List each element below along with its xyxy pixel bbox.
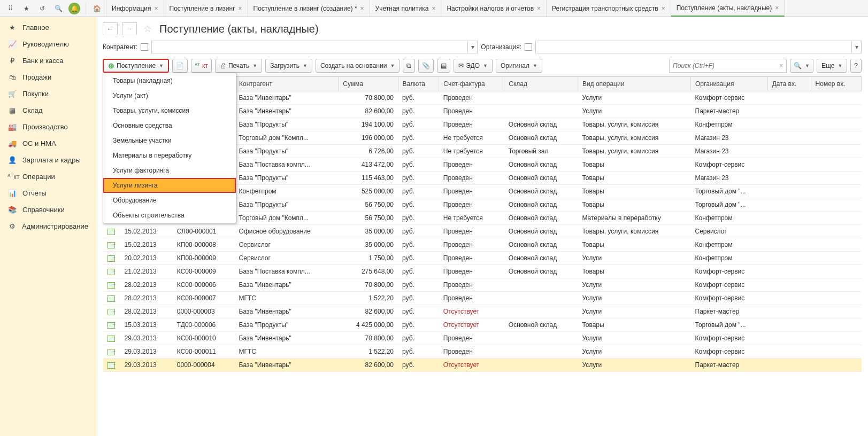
help-button[interactable]: ? bbox=[850, 59, 862, 73]
close-icon[interactable]: × bbox=[360, 5, 364, 12]
table-row[interactable]: 29.03.2013 0000-000004 База "Инвентарь" … bbox=[103, 359, 862, 372]
search-input[interactable] bbox=[669, 59, 776, 73]
edo-label: ЭДО bbox=[466, 62, 480, 69]
close-icon[interactable]: × bbox=[775, 4, 779, 12]
dropdown-item[interactable]: Земельные участки bbox=[103, 133, 236, 148]
date-cell: 29.03.2013 bbox=[120, 359, 173, 372]
sidebar-item[interactable]: 📊Отчеты bbox=[0, 185, 96, 201]
forward-button[interactable]: → bbox=[122, 22, 137, 35]
table-row[interactable]: 20.02.2013 КП00-000009 Сервислог 1 750,0… bbox=[103, 252, 862, 265]
close-icon[interactable]: × bbox=[537, 5, 541, 12]
sidebar-item[interactable]: 🛍Продажи bbox=[0, 69, 96, 85]
dropdown-item[interactable]: Услуги лизинга bbox=[103, 178, 236, 193]
list-button[interactable]: ▤ bbox=[437, 59, 450, 73]
tab[interactable]: Настройки налогов и отчетов× bbox=[441, 0, 547, 17]
table-row[interactable]: 28.02.2013 КС00-000007 МГТС 1 522,20 руб… bbox=[103, 292, 862, 305]
close-icon[interactable]: × bbox=[239, 5, 242, 12]
home-tab[interactable]: 🏠 bbox=[88, 0, 106, 17]
sidebar-item[interactable]: ₽Банк и касса bbox=[0, 52, 96, 69]
column-header[interactable]: Вид операции bbox=[578, 77, 690, 91]
dropdown-item[interactable]: Услуги (акт) bbox=[103, 88, 236, 103]
sum-cell: 82 600,00 bbox=[339, 305, 398, 318]
contragent-cell: База "Поставка компл... bbox=[235, 265, 339, 278]
sidebar-item[interactable]: 📚Справочники bbox=[0, 201, 96, 218]
table-row[interactable]: 29.03.2013 КС00-000011 МГТС 1 522,20 руб… bbox=[103, 345, 862, 359]
tab[interactable]: Поступление в лизинг (создание) *× bbox=[248, 0, 370, 17]
related-button[interactable]: ⧉ bbox=[403, 59, 415, 73]
sidebar-item[interactable]: ▦Склад bbox=[0, 102, 96, 119]
dropdown-item[interactable]: Оборудование bbox=[103, 193, 236, 208]
sidebar-item[interactable]: 🛒Покупки bbox=[0, 85, 96, 102]
column-header[interactable]: Счет-фактура bbox=[439, 77, 504, 91]
dropdown-icon[interactable]: ▾ bbox=[467, 41, 477, 53]
dtct-button[interactable]: ᴬᵀкт bbox=[191, 59, 212, 73]
notification-icon[interactable]: 🔔 bbox=[67, 2, 81, 15]
sidebar-label: Банк и касса bbox=[22, 57, 64, 65]
table-row[interactable]: 15.02.2013 КП00-000008 Сервислог 35 000,… bbox=[103, 238, 862, 252]
table-row[interactable]: 15.03.2013 ТД00-000006 База "Продукты" 4… bbox=[103, 318, 862, 332]
organization-label: Организация: bbox=[481, 43, 521, 51]
attach-button[interactable]: 📎 bbox=[418, 59, 434, 73]
column-header[interactable]: Организация bbox=[691, 77, 768, 91]
sidebar-item[interactable]: 🚚ОС и НМА bbox=[0, 135, 96, 152]
load-button[interactable]: Загрузить▼ bbox=[265, 59, 312, 73]
document-icon bbox=[107, 362, 115, 369]
clear-search-button[interactable]: × bbox=[776, 59, 787, 73]
edo-button[interactable]: ✉ ЭДО▼ bbox=[454, 59, 493, 73]
table-row[interactable]: 28.02.2013 КС00-000006 База "Инвентарь" … bbox=[103, 278, 862, 292]
sidebar-item[interactable]: 👤Зарплата и кадры bbox=[0, 152, 96, 168]
sum-cell: 1 522,20 bbox=[339, 292, 398, 305]
tab[interactable]: Регистрация транспортных средств× bbox=[547, 0, 671, 17]
history-icon[interactable]: ↺ bbox=[35, 2, 49, 15]
dropdown-item[interactable]: Товары (накладная) bbox=[103, 73, 236, 88]
tab[interactable]: Информация× bbox=[106, 0, 164, 17]
sidebar-item[interactable]: ᴬᵀктОперации bbox=[0, 168, 96, 185]
more-button[interactable]: Еще▼ bbox=[817, 59, 847, 73]
search-icon[interactable]: 🔍 bbox=[51, 2, 65, 15]
column-header[interactable]: Склад bbox=[504, 77, 578, 91]
table-row[interactable]: 28.02.2013 0000-000003 База "Инвентарь" … bbox=[103, 305, 862, 318]
star-icon[interactable]: ★ bbox=[19, 2, 33, 15]
dropdown-icon[interactable]: ▾ bbox=[851, 41, 861, 53]
print-button[interactable]: 🖨 Печать▼ bbox=[215, 59, 262, 73]
contragent-combo[interactable]: ▾ bbox=[151, 41, 478, 53]
column-header[interactable]: Номер вх. bbox=[811, 77, 861, 91]
sidebar-item[interactable]: ★Главное bbox=[0, 19, 96, 36]
apps-icon[interactable]: ⠿ bbox=[3, 2, 17, 15]
sidebar-item[interactable]: 🏭Производство bbox=[0, 119, 96, 135]
find-button[interactable]: 🔍▼ bbox=[790, 59, 813, 73]
favorite-icon[interactable]: ☆ bbox=[143, 23, 152, 35]
sidebar-item[interactable]: ⚙Администрирование bbox=[0, 218, 96, 235]
back-button[interactable]: ← bbox=[103, 22, 118, 35]
column-header[interactable]: Валюта bbox=[398, 77, 439, 91]
dropdown-item[interactable]: Основные средства bbox=[103, 118, 236, 133]
column-header[interactable]: Дата вх. bbox=[767, 77, 811, 91]
document-icon bbox=[107, 269, 115, 275]
original-button[interactable]: Оригинал▼ bbox=[496, 59, 542, 73]
organization-checkbox[interactable] bbox=[525, 43, 532, 51]
organization-input[interactable] bbox=[536, 41, 851, 53]
table-row[interactable]: 15.02.2013 СЛ00-000001 Офисное оборудова… bbox=[103, 225, 862, 238]
receipt-button[interactable]: ⊕Поступление▼ bbox=[103, 59, 169, 73]
close-icon[interactable]: × bbox=[432, 5, 435, 12]
create-based-button[interactable]: Создать на основании▼ bbox=[316, 59, 400, 73]
dropdown-item[interactable]: Товары, услуги, комиссия bbox=[103, 103, 236, 118]
column-header[interactable]: Контрагент bbox=[235, 77, 339, 91]
copy-button[interactable]: 📄 bbox=[172, 59, 188, 73]
tab[interactable]: Поступление (акты, накладные)× bbox=[671, 0, 785, 17]
tab[interactable]: Поступление в лизинг× bbox=[164, 0, 248, 17]
sidebar-item[interactable]: 📈Руководителю bbox=[0, 36, 96, 52]
contragent-input[interactable] bbox=[152, 41, 467, 53]
organization-combo[interactable]: ▾ bbox=[535, 41, 862, 53]
dropdown-item[interactable]: Услуги факторинга bbox=[103, 163, 236, 178]
table-row[interactable]: 21.02.2013 КС00-000009 База "Поставка ко… bbox=[103, 265, 862, 278]
contragent-checkbox[interactable] bbox=[141, 43, 148, 51]
dropdown-item[interactable]: Материалы в переработку bbox=[103, 148, 236, 163]
column-header[interactable]: Сумма bbox=[339, 77, 398, 91]
close-icon[interactable]: × bbox=[662, 5, 665, 12]
tab[interactable]: Учетная политика× bbox=[370, 0, 442, 17]
dropdown-item[interactable]: Объекты строительства bbox=[103, 208, 236, 223]
number-cell: КП00-000008 bbox=[173, 238, 235, 252]
table-row[interactable]: 29.03.2013 КС00-000010 База "Инвентарь" … bbox=[103, 332, 862, 345]
close-icon[interactable]: × bbox=[154, 5, 158, 12]
